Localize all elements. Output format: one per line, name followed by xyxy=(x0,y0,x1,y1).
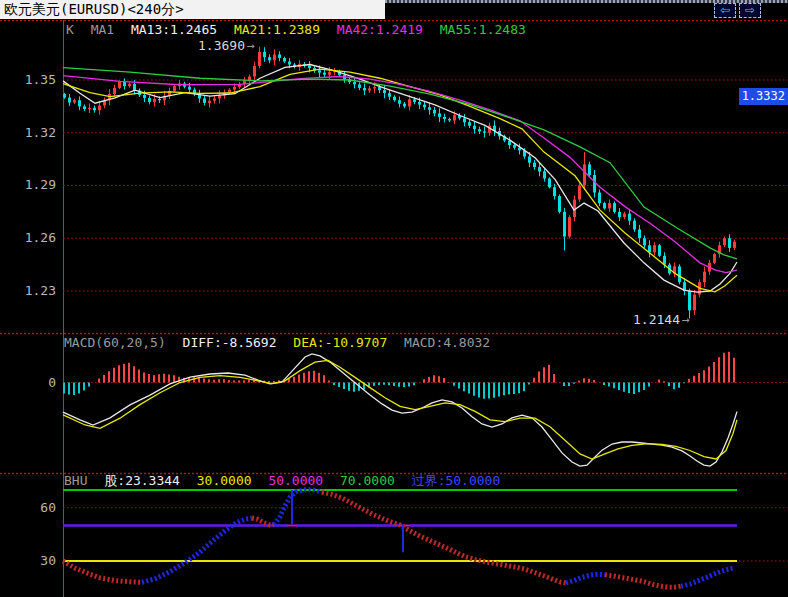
legend-ma1: MA1 xyxy=(91,22,114,37)
legend-bhu-50: 50.0000 xyxy=(268,473,323,488)
y-axis-label-123: 1.23 xyxy=(0,284,56,297)
bhu-y-label-30: 30 xyxy=(0,554,56,567)
legend-bhu-gu: 股:23.3344 xyxy=(104,473,180,488)
legend-ma42: MA42:1.2419 xyxy=(337,22,423,37)
y-axis-label-135: 1.35 xyxy=(0,73,56,86)
macd-legend: MACD(60,20,5) DIFF:-8.5692 DEA:-10.9707 … xyxy=(64,336,499,350)
legend-macd-dea: DEA:-10.9707 xyxy=(293,335,387,350)
annotation-arrow-icon: → xyxy=(682,312,690,327)
nav-forward-button[interactable]: ⇨ xyxy=(739,3,761,18)
legend-bhu-70: 70.0000 xyxy=(340,473,395,488)
y-axis-label-129: 1.29 xyxy=(0,178,56,191)
bhu-legend: BHU 股:23.3344 30.0000 50.0000 70.0000 过界… xyxy=(64,474,509,488)
current-price-tag: 1.3332 xyxy=(739,88,788,105)
y-axis-label-126: 1.26 xyxy=(0,231,56,244)
legend-bhu-guojie: 过界:50.0000 xyxy=(412,473,501,488)
y-axis-label-132: 1.32 xyxy=(0,126,56,139)
arrow-right-icon: ⇨ xyxy=(745,3,755,17)
title-bar: 欧元美元(EURUSD)<240分> ⇦ ⇨ xyxy=(0,0,788,20)
legend-macd-value: MACD:4.8032 xyxy=(404,335,490,350)
chart-canvas[interactable] xyxy=(0,0,788,597)
legend-bhu-name: BHU xyxy=(64,473,87,488)
legend-macd-name: MACD(60,20,5) xyxy=(64,335,166,350)
legend-ma55: MA55:1.2483 xyxy=(440,22,526,37)
low-annotation: 1.2144→ xyxy=(633,313,690,326)
annotation-arrow-icon: → xyxy=(247,38,255,53)
arrow-left-icon: ⇦ xyxy=(720,3,730,17)
trading-app-window: 欧元美元(EURUSD)<240分> ⇦ ⇨ K MA1 MA13:1.2465… xyxy=(0,0,788,597)
legend-macd-diff: DIFF:-8.5692 xyxy=(183,335,277,350)
legend-ma13: MA13:1.2465 xyxy=(131,22,217,37)
low-annotation-value: 1.2144 xyxy=(633,312,680,327)
legend-bhu-30: 30.0000 xyxy=(197,473,252,488)
high-annotation-value: 1.3690 xyxy=(198,38,245,53)
legend-ma21: MA21:1.2389 xyxy=(234,22,320,37)
macd-zero-label: 0 xyxy=(0,376,56,389)
main-chart-legend: K MA1 MA13:1.2465 MA21:1.2389 MA42:1.241… xyxy=(66,23,535,37)
bhu-y-label-60: 60 xyxy=(0,501,56,514)
window-title: 欧元美元(EURUSD)<240分> xyxy=(0,0,385,19)
legend-k: K xyxy=(66,22,74,37)
nav-back-button[interactable]: ⇦ xyxy=(714,3,736,18)
high-annotation: 1.3690→ xyxy=(198,39,255,52)
